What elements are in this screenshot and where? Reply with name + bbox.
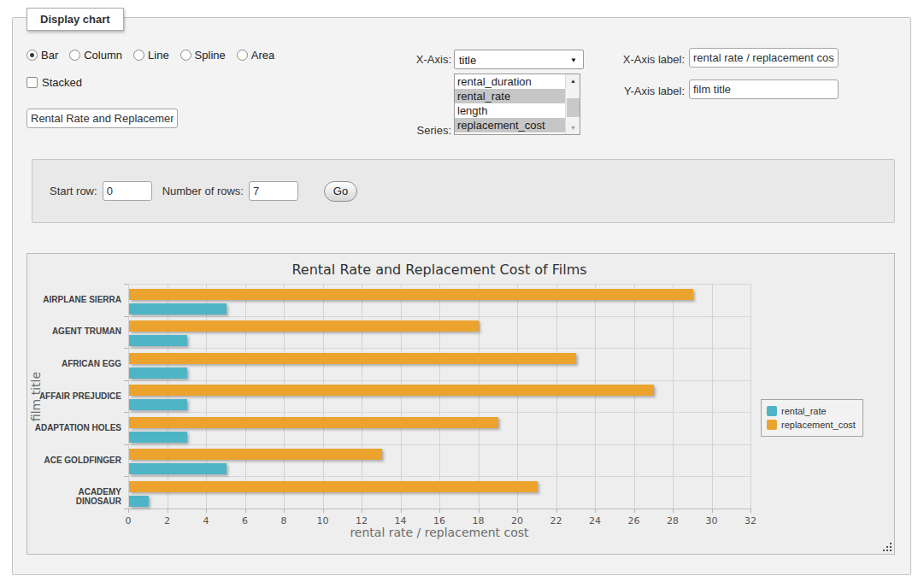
bar-replacement_cost[interactable] xyxy=(129,353,576,364)
num-rows-label: Number of rows: xyxy=(162,185,244,197)
gridline xyxy=(128,284,750,285)
bar-replacement_cost[interactable] xyxy=(129,289,693,300)
chart-type-radios: BarColumnLineSplineArea xyxy=(26,49,274,62)
gridline xyxy=(128,284,129,509)
start-row-label: Start row: xyxy=(50,185,97,197)
y-axis-label-input[interactable] xyxy=(689,79,839,99)
chart-type-label: Area xyxy=(251,49,274,62)
gridline xyxy=(206,284,207,509)
gridline xyxy=(284,284,285,509)
series-option[interactable]: rental_duration xyxy=(455,74,580,89)
legend-swatch xyxy=(767,406,777,416)
x-axis-select-label: X-Axis: xyxy=(380,53,451,66)
bar-rental_rate[interactable] xyxy=(129,367,187,379)
series-scrollbar[interactable]: ▲ ▼ xyxy=(565,74,580,134)
gridline xyxy=(128,348,750,349)
x-axis-select[interactable]: title ▼ xyxy=(454,50,584,69)
chart-type-line[interactable]: Line xyxy=(133,49,169,62)
legend-item-replacement_cost[interactable]: replacement_cost xyxy=(767,418,856,432)
resize-grip-icon[interactable] xyxy=(882,542,892,552)
legend-item-rental_rate[interactable]: rental_rate xyxy=(767,404,856,418)
bar-replacement_cost[interactable] xyxy=(129,417,498,428)
page: Display chart BarColumnLineSplineArea St… xyxy=(0,0,924,582)
category-label: AIRPLANE SIERRA xyxy=(32,295,121,304)
gridline xyxy=(439,284,440,509)
y-tick xyxy=(124,412,128,413)
bar-rental_rate[interactable] xyxy=(129,335,187,346)
num-rows-input[interactable] xyxy=(249,181,298,201)
stacked-option[interactable]: Stacked xyxy=(26,76,82,89)
gridline xyxy=(128,380,750,381)
chart-type-area[interactable]: Area xyxy=(237,49,274,62)
gridline xyxy=(128,476,750,477)
radio-icon[interactable] xyxy=(133,50,144,61)
gridline xyxy=(245,284,246,509)
scroll-down-icon[interactable]: ▼ xyxy=(566,121,580,134)
gridline xyxy=(323,284,324,509)
chart-title-input[interactable] xyxy=(26,109,178,128)
stacked-label: Stacked xyxy=(42,76,82,89)
bar-replacement_cost[interactable] xyxy=(129,320,479,332)
chart-container: Rental Rate and Replacement Cost of Film… xyxy=(26,253,895,555)
category-label: ACE GOLDFINGER xyxy=(32,456,121,465)
bar-replacement_cost[interactable] xyxy=(129,481,538,492)
series-option[interactable]: replacement_cost xyxy=(455,118,580,132)
y-tick xyxy=(124,348,128,349)
category-label: ADAPTATION HOLES xyxy=(32,423,121,432)
y-tick xyxy=(124,444,128,445)
y-axis-title: film title xyxy=(29,328,43,465)
category-label: ACADEMY DINOSAUR xyxy=(32,487,121,506)
x-axis-label-input[interactable] xyxy=(689,48,839,68)
start-row-input[interactable] xyxy=(103,181,152,201)
legend-swatch xyxy=(767,420,777,430)
category-label: AGENT TRUMAN xyxy=(32,326,121,336)
gridline xyxy=(362,284,362,509)
stacked-checkbox[interactable] xyxy=(26,77,38,88)
scroll-up-icon[interactable]: ▲ xyxy=(566,74,580,87)
chart-type-bar[interactable]: Bar xyxy=(26,49,58,62)
bar-rental_rate[interactable] xyxy=(129,303,227,315)
go-button[interactable]: Go xyxy=(324,181,357,202)
gridline xyxy=(750,284,751,509)
gridline xyxy=(479,284,480,509)
chart-type-column[interactable]: Column xyxy=(69,49,122,62)
chart-type-label: Column xyxy=(84,49,122,62)
category-label: AFFAIR PREJUDICE xyxy=(32,391,121,401)
gridline xyxy=(128,316,750,317)
gridline xyxy=(595,284,596,509)
bar-replacement_cost[interactable] xyxy=(129,385,654,396)
series-label: Series: xyxy=(380,124,451,137)
chart-legend: rental_ratereplacement_cost xyxy=(761,399,863,437)
bar-replacement_cost[interactable] xyxy=(129,449,382,460)
legend-label: replacement_cost xyxy=(781,420,856,430)
gridline xyxy=(168,284,168,509)
fieldset-legend: Display chart xyxy=(26,8,124,31)
radio-icon[interactable] xyxy=(237,50,248,61)
series-option[interactable]: rental_rate xyxy=(455,89,580,103)
gridline xyxy=(517,284,518,509)
radio-icon[interactable] xyxy=(180,50,191,61)
gridline xyxy=(673,284,674,509)
chevron-down-icon: ▼ xyxy=(570,56,577,64)
radio-icon[interactable] xyxy=(26,50,38,61)
bar-rental_rate[interactable] xyxy=(129,463,227,474)
x-axis-title: rental rate / replacement cost xyxy=(128,526,750,539)
gridline xyxy=(401,284,402,509)
y-tick xyxy=(124,476,128,477)
radio-icon[interactable] xyxy=(69,50,80,61)
bar-rental_rate[interactable] xyxy=(129,496,149,507)
legend-label: rental_rate xyxy=(781,406,827,416)
scrollbar-thumb[interactable] xyxy=(567,98,580,117)
gridline xyxy=(128,412,750,413)
series-option[interactable]: length xyxy=(455,103,580,118)
chart-type-label: Line xyxy=(148,49,169,62)
chart-type-spline[interactable]: Spline xyxy=(180,49,226,62)
bar-rental_rate[interactable] xyxy=(129,399,187,410)
gridline xyxy=(556,284,557,509)
series-listbox[interactable]: rental_durationrental_ratelengthreplacem… xyxy=(454,73,580,135)
x-axis-select-value: title xyxy=(459,54,476,67)
y-tick xyxy=(124,316,128,317)
y-axis-label-caption: Y-Axis label: xyxy=(603,85,685,97)
bar-rental_rate[interactable] xyxy=(129,432,187,443)
chart-type-label: Spline xyxy=(195,49,226,62)
